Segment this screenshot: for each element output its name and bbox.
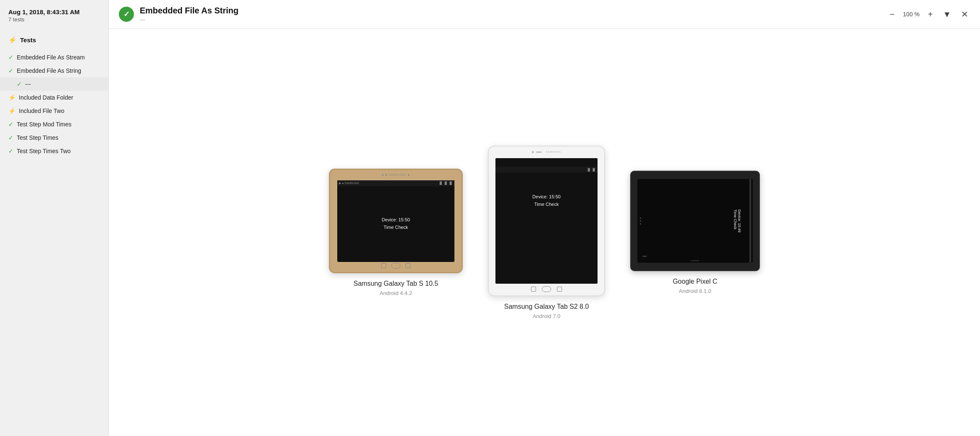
topbar-right: − 100 % + ▼ ✕ bbox=[888, 8, 970, 21]
device-card-samsung-tab-s105: SAMSUNG ▶ ● SAMSUNG ▐▌ ▐▌ ▐▌ Device: 15:… bbox=[329, 169, 463, 296]
topbar-title-group: Embedded File As String --- bbox=[140, 6, 239, 23]
sidebar-item-label: Test Step Times bbox=[17, 134, 59, 141]
zoom-in-button[interactable]: + bbox=[926, 8, 935, 21]
device-name-s105: Samsung Galaxy Tab S 10.5 bbox=[354, 280, 439, 287]
sidebar-item-label: Test Step Mod Times bbox=[17, 121, 72, 128]
sidebar-item-label: --- bbox=[25, 81, 31, 87]
s2-back-btn bbox=[531, 287, 536, 292]
topbar-title: Embedded File As String bbox=[140, 6, 239, 15]
sidebar-item-label: Included Data Folder bbox=[19, 94, 73, 101]
zoom-out-button[interactable]: − bbox=[888, 8, 896, 21]
top-dot-2 bbox=[385, 174, 387, 176]
device-name-s2: Samsung Galaxy Tab S2 8.0 bbox=[504, 303, 589, 310]
pass-icon: ✓ bbox=[8, 134, 13, 141]
close-icon: ✕ bbox=[961, 9, 968, 19]
sidebar-section-title: ⚡ Tests bbox=[8, 36, 100, 44]
tablet-s105-screen-text2: Time Check bbox=[384, 224, 408, 231]
pixel-dots-label: ••• bbox=[642, 254, 647, 259]
pass-icon: ✓ bbox=[8, 121, 13, 128]
samsung-label-2: SAMSUNG bbox=[546, 151, 561, 153]
tablet-s2-frame: SAMSUNG ▐▌ ▐▌ Device: 15:50 Time Check bbox=[488, 146, 605, 296]
tablet-s2-bottom-bar bbox=[531, 286, 562, 292]
sidebar-item-test-step-times-two[interactable]: ✓ Test Step Times Two bbox=[0, 144, 108, 158]
status-check-circle: ✓ bbox=[119, 7, 134, 22]
sidebar-item-included-file-two[interactable]: ⚡ Included File Two bbox=[0, 104, 108, 118]
device-card-pixel-c: Device: 15:49Time Check ••• Google Pixel… bbox=[630, 171, 760, 294]
tablet-s105-screen-content: Device: 15:50 Time Check bbox=[382, 186, 410, 262]
filter-button[interactable]: ▼ bbox=[941, 8, 953, 21]
sidebar-date: Aug 1, 2018, 8:43:31 AM bbox=[8, 8, 100, 15]
device-os-s2: Android 7.0 bbox=[533, 313, 561, 319]
tablet-s105-bottom-bar bbox=[381, 263, 410, 269]
tablet-s105-screen-text: Device: 15:50 bbox=[382, 216, 410, 224]
sidebar-item-label: Embedded File As Stream bbox=[17, 54, 85, 61]
tablet-pixel-left-bar bbox=[640, 218, 641, 225]
pixel-home-indicator bbox=[691, 260, 699, 261]
tablet-s2-screen: ▐▌ ▐▌ Device: 15:50 Time Check bbox=[495, 158, 598, 284]
s2-home-btn bbox=[542, 286, 551, 292]
pixel-dot-1 bbox=[640, 218, 641, 219]
zoom-out-icon: − bbox=[890, 10, 895, 19]
top-dot-3 bbox=[408, 174, 410, 176]
sidebar-item-label: Included File Two bbox=[19, 108, 64, 114]
tablet-pixel-screen: Device: 15:49Time Check ••• bbox=[637, 179, 753, 263]
sidebar-section-label: Tests bbox=[20, 36, 36, 44]
pass-icon: ✓ bbox=[8, 54, 13, 61]
sidebar-item-embedded-file-stream[interactable]: ✓ Embedded File As Stream bbox=[0, 51, 108, 64]
device-os-pixel: Android 8.1.0 bbox=[679, 288, 711, 294]
device-grid: SAMSUNG ▶ ● SAMSUNG ▐▌ ▐▌ ▐▌ Device: 15:… bbox=[109, 29, 980, 436]
fail-icon: ⚡ bbox=[8, 94, 15, 101]
s2-recent-btn bbox=[557, 287, 562, 292]
sidebar: Aug 1, 2018, 8:43:31 AM 7 tests ⚡ Tests … bbox=[0, 0, 109, 436]
sidebar-item-test-step-mod-times[interactable]: ✓ Test Step Mod Times bbox=[0, 118, 108, 131]
close-button[interactable]: ✕ bbox=[959, 8, 970, 21]
tablet-s2-screen-content: Device: 15:50 Time Check bbox=[495, 172, 598, 208]
device-os-s105: Android 4.4.2 bbox=[380, 290, 412, 296]
tests-lightning-icon: ⚡ bbox=[8, 36, 17, 44]
sidebar-item-label: Embedded File As String bbox=[17, 67, 81, 74]
tablet-s105-status-bar: ▶ ● SAMSUNG ▐▌ ▐▌ ▐▌ bbox=[337, 180, 454, 186]
sidebar-item-sub-dashes[interactable]: ✓ --- bbox=[0, 77, 108, 91]
topbar-left: ✓ Embedded File As String --- bbox=[119, 6, 239, 23]
tablet-s2-camera bbox=[532, 151, 534, 153]
pixel-screen-text: Device: 15:49Time Check bbox=[733, 209, 741, 232]
home-btn bbox=[391, 263, 400, 269]
sidebar-list: ✓ Embedded File As Stream ✓ Embedded Fil… bbox=[0, 51, 108, 158]
sidebar-item-label: Test Step Times Two bbox=[17, 148, 71, 154]
status-bar-right-s2: ▐▌ ▐▌ bbox=[587, 168, 596, 171]
tablet-s2-screen-text1: Device: 15:50 bbox=[532, 193, 560, 201]
tablet-s105-screen: ▶ ● SAMSUNG ▐▌ ▐▌ ▐▌ Device: 15:50 Time … bbox=[337, 180, 454, 262]
main-content: ✓ Embedded File As String --- − 100 % + … bbox=[109, 0, 980, 436]
zoom-level-label: 100 % bbox=[903, 11, 920, 18]
tablet-pixel-frame: Device: 15:49Time Check ••• bbox=[630, 171, 760, 271]
status-bar-left: ▶ ● SAMSUNG bbox=[339, 182, 359, 185]
pixel-dot-2 bbox=[640, 221, 641, 222]
fail-icon: ⚡ bbox=[8, 108, 15, 114]
tablet-s2-speaker bbox=[536, 151, 542, 153]
sidebar-header: Aug 1, 2018, 8:43:31 AM 7 tests bbox=[0, 8, 108, 29]
top-dot-1 bbox=[382, 174, 384, 176]
pass-icon: ✓ bbox=[8, 148, 13, 154]
sidebar-item-embedded-file-string[interactable]: ✓ Embedded File As String bbox=[0, 64, 108, 77]
tablet-s2-top-bar: SAMSUNG bbox=[532, 151, 561, 153]
filter-icon: ▼ bbox=[943, 10, 951, 19]
tablet-s2-screen-text2: Time Check bbox=[534, 201, 559, 208]
zoom-in-icon: + bbox=[928, 10, 933, 19]
sidebar-item-test-step-times[interactable]: ✓ Test Step Times bbox=[0, 131, 108, 144]
sidebar-section-tests: ⚡ Tests bbox=[0, 29, 108, 47]
pass-icon: ✓ bbox=[8, 67, 13, 74]
sidebar-count: 7 tests bbox=[8, 16, 100, 23]
status-bar-right: ▐▌ ▐▌ ▐▌ bbox=[439, 182, 453, 185]
tablet-s2-screen-inner: ▐▌ ▐▌ Device: 15:50 Time Check bbox=[495, 167, 598, 208]
topbar: ✓ Embedded File As String --- − 100 % + … bbox=[109, 0, 980, 29]
samsung-label-1: SAMSUNG bbox=[389, 173, 406, 176]
pixel-dot-3 bbox=[640, 223, 641, 225]
device-card-samsung-tab-s2: SAMSUNG ▐▌ ▐▌ Device: 15:50 Time Check bbox=[488, 146, 605, 319]
device-name-pixel: Google Pixel C bbox=[673, 278, 718, 285]
recent-btn bbox=[405, 263, 410, 268]
sidebar-item-included-data-folder[interactable]: ⚡ Included Data Folder bbox=[0, 91, 108, 104]
pass-icon: ✓ bbox=[17, 81, 22, 87]
tablet-s2-status-bar: ▐▌ ▐▌ bbox=[495, 167, 598, 172]
tablet-pixel-right-bar bbox=[749, 179, 751, 263]
tablet-s105-frame: SAMSUNG ▶ ● SAMSUNG ▐▌ ▐▌ ▐▌ Device: 15:… bbox=[329, 169, 463, 273]
